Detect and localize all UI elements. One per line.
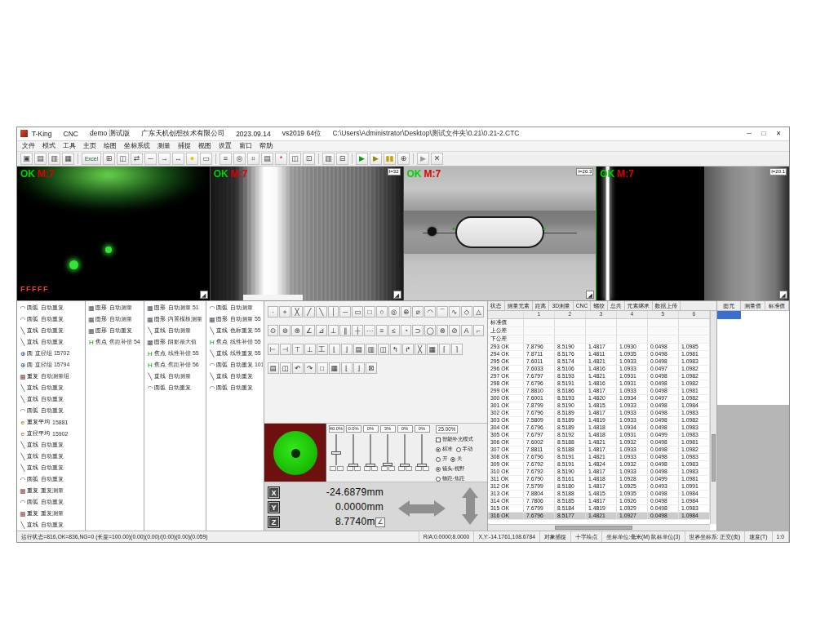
new-file-button[interactable]: ▣ [20, 153, 33, 165]
list-item[interactable]: H焦点线性补偿 55 [206, 336, 264, 348]
rect-select-button[interactable]: ▭ [200, 153, 212, 165]
table-row[interactable]: 307 OK7.88118.51881.48171.09330.04981.09… [488, 446, 710, 454]
slider-track[interactable] [416, 434, 428, 465]
edge-top-tool[interactable]: ⊤ [292, 344, 304, 355]
axis-y-icon[interactable]: Y [268, 501, 280, 513]
table-tab-8[interactable]: 数据上传 [653, 301, 681, 310]
camera-2-view[interactable]: OKM:7I=32◢ [211, 167, 404, 300]
list-item[interactable]: ╲直线自动重复 [17, 382, 85, 393]
angle-tool[interactable]: ∠ [304, 325, 315, 336]
arc-tool[interactable]: ◠ [424, 306, 436, 318]
spoke-tool[interactable]: ⊛ [291, 325, 303, 336]
slider-minus-button[interactable] [337, 466, 344, 471]
camera-3-view-selected[interactable]: + + OKM:7I=20.3◢ [404, 167, 597, 300]
list-item[interactable]: ╲直线色标重复 55 [206, 325, 264, 336]
square-tool[interactable]: □ [364, 306, 375, 318]
table-row[interactable]: 298 OK7.67968.51911.48161.09310.04981.09… [488, 380, 710, 388]
slider-plus-button[interactable] [381, 466, 388, 471]
table-row[interactable]: 315 OK7.67998.51841.48191.09290.04981.09… [488, 505, 710, 513]
rect-tool[interactable]: ▭ [352, 306, 363, 318]
beam-tool[interactable]: 工 [317, 344, 328, 355]
corner-tl-tool[interactable]: ⌈ [439, 344, 450, 355]
circle-cross-tool[interactable]: ⊕ [401, 306, 412, 318]
table-row[interactable]: 308 OK7.67968.51911.48211.09330.04981.09… [488, 454, 710, 461]
crosshair-tool[interactable]: ┼ [352, 325, 363, 336]
menu-item-3[interactable]: 主页 [83, 141, 96, 150]
list-item[interactable]: ▦图形内置模板测量 [144, 313, 206, 325]
close-box-tool[interactable]: ⊠ [366, 362, 377, 374]
mode-standard-radio[interactable] [436, 447, 441, 452]
list-item[interactable]: ╲直线自动重复 [17, 325, 85, 336]
diameter-tool[interactable]: ⌀ [412, 306, 424, 318]
slider-track[interactable] [382, 434, 393, 465]
swap-view-button[interactable]: ⇄ [131, 153, 143, 165]
slider-track[interactable] [330, 434, 342, 465]
table-row[interactable]: 299 OK7.88108.51861.48171.09330.04981.09… [488, 388, 710, 395]
list-item[interactable]: ▦图形自动测量 [86, 302, 144, 313]
table-tab-5[interactable]: 螺纹 [591, 301, 608, 310]
list-item[interactable]: ╲直线自动重复 [17, 336, 85, 348]
corner-bl-tool[interactable]: ⌊ [329, 344, 340, 355]
redo-tool[interactable]: ↷ [304, 362, 316, 374]
split-view-button[interactable]: ◫ [117, 153, 129, 165]
list-item[interactable]: ╲直线线性重复 55 [206, 348, 264, 359]
axis-z-icon[interactable]: Z [268, 516, 280, 528]
list-item[interactable]: ▦图形阴影最大值 [144, 336, 206, 348]
table-row[interactable]: 302 OK7.67968.51891.48171.09330.04981.09… [488, 410, 710, 417]
table-row[interactable]: 306 OK7.60028.51881.48211.09320.04981.09… [488, 439, 710, 446]
list-item[interactable]: ▦重复重复测量 [17, 485, 85, 496]
delete-tool[interactable]: ╳ [415, 344, 426, 355]
jog-left-icon[interactable] [398, 500, 410, 517]
slot-tool[interactable]: ⊃ [412, 325, 424, 336]
table-tab-6[interactable]: 总共 [608, 301, 625, 310]
list-item[interactable]: H焦点焦距补偿 54 [86, 336, 144, 348]
save-button[interactable]: ▥ [48, 153, 60, 165]
undo-tool[interactable]: ↶ [292, 362, 304, 374]
hscroll-thumb[interactable] [555, 526, 632, 530]
curve-tool[interactable]: ∿ [449, 306, 460, 318]
ring-light-preview[interactable] [264, 424, 326, 482]
table-row[interactable]: 311 OK7.67908.51611.48181.09280.04991.09… [488, 476, 710, 483]
table-row[interactable]: 294 OK7.87118.51761.48111.09350.04981.09… [488, 351, 710, 358]
close-button[interactable]: ✕ [771, 130, 786, 137]
maximize-button[interactable]: □ [756, 130, 771, 137]
hline-tool[interactable]: ─ [339, 306, 351, 318]
resize-handle-icon[interactable]: ◢ [779, 291, 787, 299]
table-hscrollbar[interactable] [488, 524, 710, 531]
calibration-star-button[interactable]: * [275, 153, 287, 165]
list-item[interactable]: ▦重复自动测量组 [17, 371, 85, 382]
slider-thumb[interactable] [383, 463, 392, 466]
light-on-radio[interactable] [436, 457, 441, 462]
table-row[interactable]: 304 OK7.67968.51891.48181.09340.04981.09… [488, 424, 710, 432]
right-angle-tool[interactable]: ⊿ [316, 325, 327, 336]
line2-tool[interactable]: ╲ [316, 306, 327, 318]
list-item[interactable]: ◠圆弧自动重复 [17, 302, 85, 313]
status-world-cs[interactable]: 世界坐标系: 正交(类) [685, 531, 746, 542]
ring-tool[interactable]: ⊚ [279, 325, 290, 336]
jog-right-icon[interactable] [434, 500, 446, 517]
slider-track[interactable] [365, 434, 376, 465]
target-box-button[interactable]: ⊡ [303, 153, 315, 165]
table-row[interactable]: 313 OK7.88048.51881.48151.09350.04981.09… [488, 491, 710, 498]
sector-tool[interactable]: ◔ [401, 325, 412, 336]
table-tab-3[interactable]: 3D测量 [549, 301, 573, 310]
table-row[interactable]: 316 OK7.67968.51771.48211.09270.04981.09… [488, 513, 710, 520]
list-item[interactable]: ◠圆弧自动重复 [144, 382, 206, 393]
light-percent-value[interactable]: 25.00% [436, 425, 458, 433]
excel-export-button[interactable]: Excel [82, 153, 101, 165]
distance-focus-radio[interactable] [436, 477, 441, 482]
slider-track[interactable] [348, 434, 359, 465]
open-file-button[interactable]: ▤ [34, 153, 47, 165]
list-item[interactable]: ╲直线自动重复 [17, 393, 85, 405]
edge-bottom-tool[interactable]: ⊥ [304, 344, 316, 355]
edge-left-tool[interactable]: ⊢ [268, 344, 279, 355]
list-item[interactable]: ╲直线自动重复 [17, 462, 85, 473]
slider-track[interactable] [399, 434, 410, 465]
vline-tool[interactable]: │ [328, 306, 339, 318]
smart-light-checkbox[interactable] [436, 437, 441, 442]
slider-thumb[interactable] [331, 451, 341, 455]
list-item[interactable]: ◠圆弧自动测量 [206, 302, 264, 313]
menu-item-1[interactable]: 模式 [42, 141, 55, 150]
jog-down-icon[interactable] [462, 514, 478, 525]
selected-element-cell[interactable] [717, 311, 741, 319]
